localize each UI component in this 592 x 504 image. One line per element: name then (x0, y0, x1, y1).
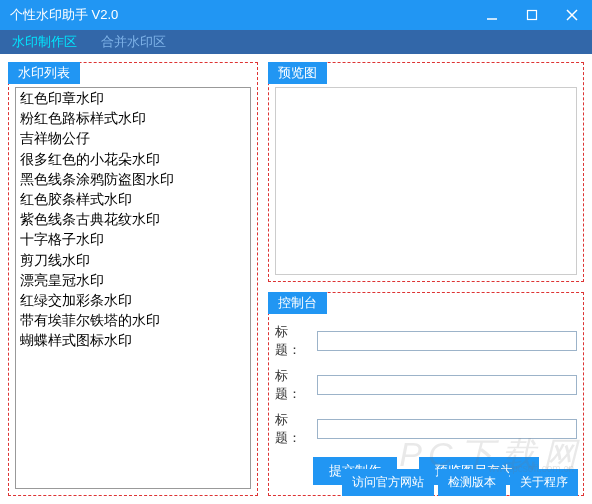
list-item[interactable]: 漂亮皇冠水印 (16, 270, 250, 290)
list-item[interactable]: 剪刀线水印 (16, 250, 250, 270)
preview-panel: 预览图 (268, 62, 584, 282)
list-item[interactable]: 红色胶条样式水印 (16, 189, 250, 209)
field-label: 标题： (275, 323, 311, 359)
field-label: 标题： (275, 411, 311, 447)
title-input-3[interactable] (317, 419, 577, 439)
about-button[interactable]: 关于程序 (510, 469, 578, 496)
panel-title: 预览图 (268, 62, 327, 84)
titlebar: 个性水印助手 V2.0 (0, 0, 592, 30)
list-item[interactable]: 蝴蝶样式图标水印 (16, 330, 250, 350)
list-item[interactable]: 吉祥物公仔 (16, 128, 250, 148)
close-button[interactable] (552, 0, 592, 30)
watermark-list-panel: 水印列表 红色印章水印粉红色路标样式水印吉祥物公仔很多红色的小花朵水印黑色线条涂… (8, 62, 258, 496)
list-item[interactable]: 红色印章水印 (16, 88, 250, 108)
control-panel: 控制台 标题： 标题： 标题： 提交制作 (268, 292, 584, 496)
panel-title: 控制台 (268, 292, 327, 314)
svg-rect-1 (528, 11, 537, 20)
title-input-1[interactable] (317, 331, 577, 351)
tabs: 水印制作区 合并水印区 (0, 30, 592, 54)
list-item[interactable]: 红绿交加彩条水印 (16, 290, 250, 310)
check-version-button[interactable]: 检测版本 (438, 469, 506, 496)
window-title: 个性水印助手 V2.0 (10, 6, 118, 24)
list-item[interactable]: 紫色线条古典花纹水印 (16, 209, 250, 229)
preview-image-area (275, 87, 577, 275)
tab-make[interactable]: 水印制作区 (0, 30, 89, 54)
minimize-button[interactable] (472, 0, 512, 30)
maximize-button[interactable] (512, 0, 552, 30)
official-site-button[interactable]: 访问官方网站 (342, 469, 434, 496)
list-item[interactable]: 十字格子水印 (16, 229, 250, 249)
panel-title: 水印列表 (8, 62, 80, 84)
list-item[interactable]: 带有埃菲尔铁塔的水印 (16, 310, 250, 330)
watermark-listbox[interactable]: 红色印章水印粉红色路标样式水印吉祥物公仔很多红色的小花朵水印黑色线条涂鸦防盗图水… (15, 87, 251, 489)
list-item[interactable]: 黑色线条涂鸦防盗图水印 (16, 169, 250, 189)
title-input-2[interactable] (317, 375, 577, 395)
tab-merge[interactable]: 合并水印区 (89, 30, 178, 54)
list-item[interactable]: 粉红色路标样式水印 (16, 108, 250, 128)
field-label: 标题： (275, 367, 311, 403)
list-item[interactable]: 很多红色的小花朵水印 (16, 149, 250, 169)
